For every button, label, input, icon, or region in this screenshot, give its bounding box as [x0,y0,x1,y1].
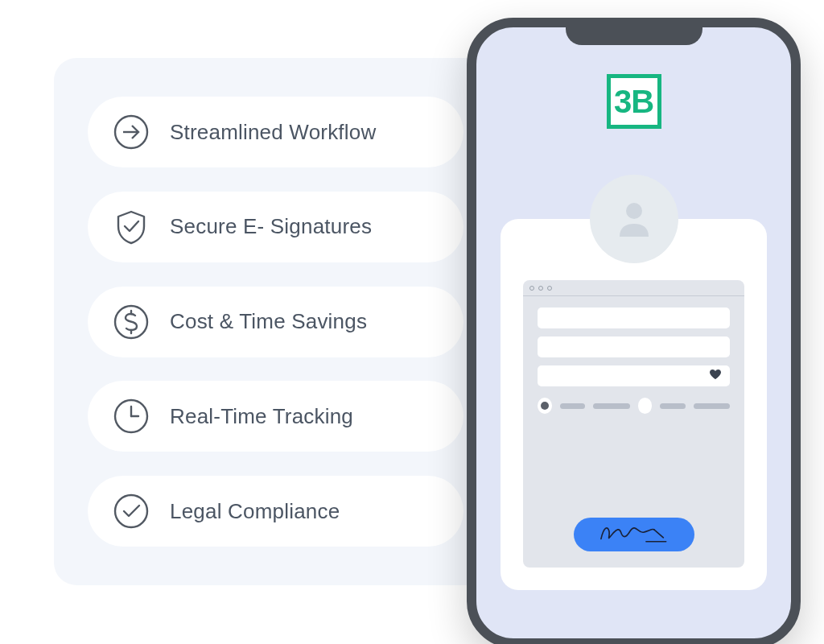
form-browser-panel [523,280,744,568]
feature-label: Cost & Time Savings [170,309,367,334]
form-input[interactable] [538,308,730,328]
feature-realtime-tracking: Real-Time Tracking [88,381,464,452]
avatar-placeholder-icon [590,175,678,263]
placeholder-line [593,403,630,409]
form-input[interactable] [538,336,730,357]
feature-streamlined-workflow: Streamlined Workflow [88,97,464,167]
feature-label: Secure E- Signatures [170,214,372,239]
placeholder-line [660,403,686,409]
radio-option[interactable] [638,398,653,414]
signature-icon [597,522,670,547]
feature-label: Streamlined Workflow [170,120,376,145]
radio-option-selected[interactable] [538,398,552,414]
features-panel: Streamlined Workflow Secure E- Signature… [54,58,492,585]
feature-secure-esignatures: Secure E- Signatures [88,192,464,262]
shield-check-icon [113,209,149,245]
feature-cost-time-savings: Cost & Time Savings [88,287,464,357]
arrow-right-icon [113,114,149,150]
check-circle-icon [113,493,149,529]
window-dot-icon [547,286,552,291]
dollar-icon [113,304,149,340]
window-dot-icon [538,286,543,291]
svg-point-9 [626,203,642,219]
heart-icon [709,369,722,383]
logo-text: 3B [614,84,653,120]
sign-button[interactable] [574,518,694,551]
feature-label: Legal Compliance [170,499,340,524]
browser-toolbar [523,280,744,296]
placeholder-line [560,403,586,409]
svg-point-8 [115,495,147,527]
form-input-with-heart[interactable] [538,365,730,386]
window-dot-icon [529,286,534,291]
placeholder-line [694,403,731,409]
feature-label: Real-Time Tracking [170,404,353,429]
form-options-row [523,386,744,414]
form-card [501,219,767,590]
logo-3b: 3B [607,74,661,129]
feature-legal-compliance: Legal Compliance [88,476,464,547]
phone-mockup: 3B [467,18,801,644]
clock-icon [113,398,149,434]
